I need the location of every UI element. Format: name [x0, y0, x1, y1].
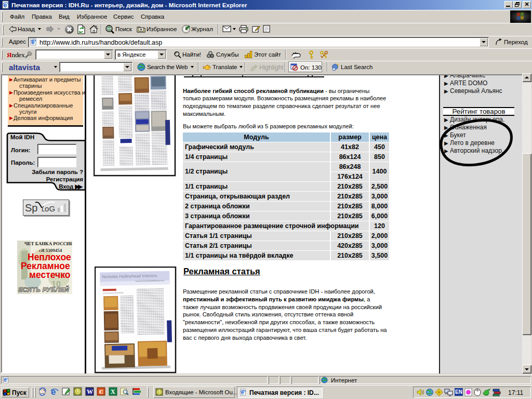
svg-text:C: C	[99, 389, 103, 395]
svg-text:ЧЕТ БАНКА РОССИИ: ЧЕТ БАНКА РОССИИ	[24, 241, 72, 246]
svg-text:ЕСЯТЬ РУБЛЕЙ: ЕСЯТЬ РУБЛЕЙ	[18, 285, 70, 294]
svg-text:e: e	[4, 377, 7, 383]
svg-text:e: e	[31, 38, 35, 46]
svg-text:X: X	[111, 388, 115, 395]
svg-text:e: e	[51, 387, 56, 396]
svg-text:W: W	[87, 388, 93, 395]
svg-text:e: e	[241, 389, 244, 395]
svg-text:местечко: местечко	[29, 270, 70, 280]
svg-text:Sp: Sp	[25, 202, 37, 214]
svg-text:e: e	[3, 1, 7, 9]
